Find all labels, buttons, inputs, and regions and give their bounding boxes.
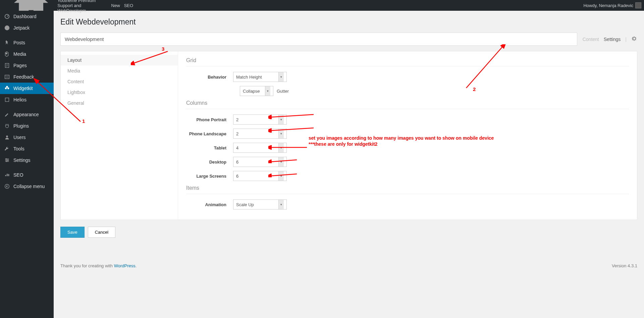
media-icon <box>4 51 10 57</box>
pnav-lightbox[interactable]: Lightbox <box>61 87 178 98</box>
footer-thanks: Thank you for creating with <box>60 263 114 268</box>
tab-settings[interactable]: Settings <box>604 37 621 42</box>
main-content: Edit Webdevelopment Content Settings | L… <box>54 11 644 318</box>
svg-point-2 <box>5 26 9 30</box>
sidebar-item-widgetkit[interactable]: Widgetkit <box>0 83 54 94</box>
page-icon <box>4 62 10 69</box>
action-buttons: Save Cancel <box>60 227 637 238</box>
sidebar-item-jetpack[interactable]: Jetpack <box>0 22 54 34</box>
svg-point-7 <box>7 87 9 89</box>
pnav-general[interactable]: General <box>61 98 178 108</box>
large-label: Large Screens <box>186 174 233 179</box>
collapse-icon <box>4 183 10 189</box>
chevron-down-icon: ▾ <box>278 200 284 209</box>
avatar <box>635 2 641 8</box>
section-columns-title: Columns <box>186 100 629 109</box>
tablet-label: Tablet <box>186 145 233 150</box>
widgetkit-icon <box>4 85 10 91</box>
pnav-layout[interactable]: Layout <box>61 55 178 65</box>
gauge-icon <box>4 13 10 19</box>
sidebar-item-appearance[interactable]: Appearance <box>0 109 54 120</box>
wordpress-link[interactable]: WordPress <box>114 263 136 268</box>
settings-panel: Layout Media Content Lightbox General Gr… <box>60 51 637 220</box>
large-select[interactable]: 6▾ <box>233 171 287 181</box>
desktop-select[interactable]: 6▾ <box>233 157 287 167</box>
sidebar-item-settings[interactable]: Settings <box>0 154 54 166</box>
svg-point-14 <box>5 184 9 189</box>
jetpack-icon <box>4 25 10 31</box>
chevron-down-icon: ▾ <box>278 129 284 138</box>
admin-bar: Yootheme Premium Support and WebDovelopm… <box>0 0 644 11</box>
sidebar-item-helios[interactable]: Helios <box>0 94 54 105</box>
pnav-media[interactable]: Media <box>61 65 178 76</box>
gutter-label: Gutter <box>277 89 289 94</box>
save-button[interactable]: Save <box>60 227 85 238</box>
page-title: Edit Webdevelopment <box>60 17 637 27</box>
svg-point-11 <box>6 158 7 160</box>
sidebar-item-users[interactable]: Users <box>0 132 54 143</box>
user-icon <box>4 134 10 140</box>
panel-body: Grid Behavior Match Height▾ Collapse▾ Gu… <box>178 51 637 220</box>
plug-icon <box>4 123 10 129</box>
chart-icon <box>4 172 10 178</box>
svg-rect-9 <box>5 98 9 102</box>
sidebar-item-plugins[interactable]: Plugins <box>0 120 54 132</box>
panel-nav: Layout Media Content Lightbox General <box>61 51 178 220</box>
header-row: Content Settings | <box>60 33 637 46</box>
tab-content[interactable]: Content <box>583 37 599 42</box>
sidebar-item-seo[interactable]: SEO <box>0 169 54 181</box>
animation-label: Animation <box>186 202 233 207</box>
sidebar-item-pages[interactable]: Pages <box>0 60 54 71</box>
phone-landscape-select[interactable]: 2▾ <box>233 129 287 139</box>
sidebar-item-tools[interactable]: Tools <box>0 143 54 154</box>
footer-version: Version 4.3.1 <box>612 263 637 268</box>
behavior-select[interactable]: Match Height▾ <box>233 72 287 82</box>
howdy-user[interactable]: Howdy, Nemanja Radevic <box>583 2 641 8</box>
sidebar-item-feedback[interactable]: Feedback <box>0 71 54 83</box>
behavior-label: Behavior <box>186 75 233 80</box>
svg-point-8 <box>6 86 8 88</box>
new-link[interactable]: New <box>109 3 120 8</box>
form-icon <box>4 74 10 80</box>
sidebar-item-posts[interactable]: Posts <box>0 37 54 48</box>
cancel-button[interactable]: Cancel <box>88 227 115 238</box>
sidebar-item-dashboard[interactable]: Dashboard <box>0 11 54 22</box>
gutter-select[interactable]: Collapse▾ <box>240 86 273 96</box>
svg-point-12 <box>7 160 9 161</box>
svg-point-6 <box>5 87 7 89</box>
brush-icon <box>4 111 10 118</box>
chevron-down-icon: ▾ <box>278 171 284 181</box>
admin-sidebar: Dashboard Jetpack Posts Media Pages Feed… <box>0 11 54 318</box>
desktop-label: Desktop <box>186 160 233 165</box>
phone-portrait-label: Phone Portrait <box>186 117 233 122</box>
animation-select[interactable]: Scale Up▾ <box>233 199 287 210</box>
section-items-title: Items <box>186 185 629 194</box>
chevron-down-icon: ▾ <box>278 157 284 167</box>
phone-landscape-label: Phone Landscape <box>186 131 233 136</box>
svg-point-10 <box>6 136 8 137</box>
pin-icon <box>4 40 10 46</box>
wrench-icon <box>4 146 10 152</box>
new-label: New <box>111 3 120 8</box>
gear-icon[interactable] <box>631 36 637 43</box>
svg-point-3 <box>6 53 7 54</box>
svg-rect-5 <box>5 75 9 79</box>
pnav-content[interactable]: Content <box>61 76 178 87</box>
phone-portrait-select[interactable]: 2▾ <box>233 115 287 125</box>
footer: Thank you for creating with WordPress. V… <box>60 258 637 274</box>
helios-icon <box>4 97 10 103</box>
svg-point-13 <box>6 161 7 162</box>
widget-name-input[interactable] <box>60 33 577 46</box>
chevron-down-icon: ▾ <box>265 86 270 96</box>
chevron-down-icon: ▾ <box>278 115 284 124</box>
tablet-select[interactable]: 4▾ <box>233 143 287 153</box>
section-grid-title: Grid <box>186 57 629 66</box>
sidebar-collapse[interactable]: Collapse menu <box>0 181 54 192</box>
chevron-down-icon: ▾ <box>278 143 284 152</box>
sidebar-item-media[interactable]: Media <box>0 48 54 60</box>
seo-link[interactable]: SEO <box>124 3 133 8</box>
sliders-icon <box>4 157 10 163</box>
chevron-down-icon: ▾ <box>278 72 284 82</box>
